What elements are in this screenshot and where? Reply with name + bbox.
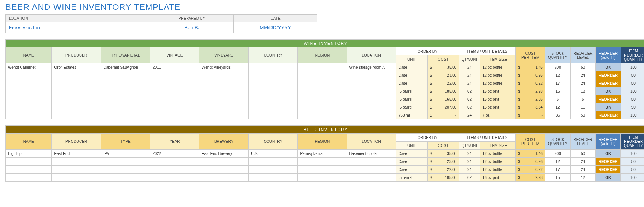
info-location[interactable]: Freestyles Inn: [6, 22, 150, 33]
cell-cost[interactable]: $-: [427, 111, 459, 119]
cell-cost[interactable]: $35.00: [427, 150, 459, 158]
cell-cost[interactable]: $185.00: [427, 174, 459, 182]
cell-vintage[interactable]: 2011: [150, 63, 199, 71]
cell-vintage[interactable]: [150, 111, 199, 119]
cell-type[interactable]: [101, 158, 150, 166]
cell-region[interactable]: [298, 158, 347, 166]
cell-producer[interactable]: [52, 103, 101, 111]
cell-unit[interactable]: .5 barrel: [396, 87, 427, 95]
cell-location[interactable]: [347, 87, 396, 95]
cell-cpi[interactable]: $0.92: [516, 79, 545, 87]
cell-stock[interactable]: 12: [545, 71, 570, 79]
cell-reorder-level[interactable]: 24: [571, 79, 596, 87]
cell-type[interactable]: [101, 166, 150, 174]
cell-cost[interactable]: $22.00: [427, 166, 459, 174]
cell-size[interactable]: 12 oz bottle: [480, 166, 516, 174]
table-row[interactable]: Case$23.002412 oz bottle$0.961224REORDER…: [6, 71, 644, 79]
cell-cpi[interactable]: $2.66: [516, 95, 545, 103]
cell-location[interactable]: Basement cooler: [347, 150, 396, 158]
cell-unit[interactable]: Case: [396, 150, 427, 158]
cell-cpi[interactable]: $0.96: [516, 71, 545, 79]
cell-size[interactable]: 16 oz pint: [480, 95, 516, 103]
cell-name[interactable]: [6, 71, 52, 79]
cell-unit[interactable]: .5 barrel: [396, 95, 427, 103]
cell-producer[interactable]: [52, 166, 101, 174]
table-row[interactable]: .5 barrel$185.006216 oz pint$2.981512OK1…: [6, 87, 644, 95]
cell-cost[interactable]: $207.00: [427, 103, 459, 111]
cell-name[interactable]: [6, 79, 52, 87]
cell-type[interactable]: IPA: [101, 150, 150, 158]
cell-vineyard[interactable]: Wendt Vineyards: [199, 63, 249, 71]
cell-size[interactable]: 12 oz bottle: [480, 150, 516, 158]
info-prepby[interactable]: Ben B.: [150, 22, 234, 33]
cell-vintage[interactable]: [150, 71, 199, 79]
cell-irq[interactable]: 100: [621, 150, 644, 158]
cell-irq[interactable]: 100: [621, 63, 644, 71]
cell-brewery[interactable]: East End Brewery: [199, 150, 249, 158]
cell-location[interactable]: [347, 71, 396, 79]
cell-country[interactable]: [249, 87, 298, 95]
cell-region[interactable]: [298, 103, 347, 111]
cell-size[interactable]: 12 oz bottle: [480, 63, 516, 71]
cell-location[interactable]: [347, 174, 396, 182]
cell-qty[interactable]: 62: [459, 174, 480, 182]
cell-vintage[interactable]: [150, 87, 199, 95]
cell-reorder-level[interactable]: 11: [571, 103, 596, 111]
cell-year[interactable]: [150, 174, 199, 182]
cell-year[interactable]: [150, 158, 199, 166]
cell-reorder-level[interactable]: 12: [570, 174, 595, 182]
table-row[interactable]: Big HopEast EndIPA2022East End BreweryU.…: [6, 150, 644, 158]
cell-cost[interactable]: $35.00: [427, 63, 459, 71]
cell-brewery[interactable]: [199, 166, 249, 174]
cell-name[interactable]: [6, 174, 52, 182]
cell-reorder-level[interactable]: 50: [571, 111, 596, 119]
cell-stock[interactable]: 17: [545, 79, 570, 87]
cell-qty[interactable]: 62: [459, 103, 480, 111]
cell-reorder-level[interactable]: 50: [571, 63, 596, 71]
cell-year[interactable]: [150, 166, 199, 174]
table-row[interactable]: Case$22.002412 oz bottle$0.921724REORDER…: [6, 79, 644, 87]
cell-reorder-level[interactable]: 12: [571, 87, 596, 95]
cell-type[interactable]: [101, 95, 150, 103]
cell-irq[interactable]: 50: [621, 103, 644, 111]
cell-name[interactable]: [6, 103, 52, 111]
cell-country[interactable]: [249, 95, 298, 103]
cell-producer[interactable]: [52, 71, 101, 79]
cell-reorder-level[interactable]: 5: [571, 95, 596, 103]
cell-location[interactable]: [347, 158, 396, 166]
cell-country[interactable]: [249, 158, 298, 166]
info-date[interactable]: MM/DD/YYYY: [234, 22, 317, 33]
table-row[interactable]: .5 barrel$185.006216 oz pint$2.981512OK1…: [6, 174, 644, 182]
cell-cpi[interactable]: $1.46: [516, 150, 545, 158]
cell-qty[interactable]: 24: [459, 79, 480, 87]
cell-producer[interactable]: [52, 95, 101, 103]
cell-irq[interactable]: 100: [621, 174, 644, 182]
cell-country[interactable]: [249, 79, 298, 87]
cell-name[interactable]: Wendt Cabernet: [6, 63, 52, 71]
cell-vintage[interactable]: [150, 79, 199, 87]
cell-irq[interactable]: 50: [621, 79, 644, 87]
cell-stock[interactable]: 15: [545, 87, 570, 95]
cell-country[interactable]: [249, 174, 298, 182]
cell-region[interactable]: [298, 71, 347, 79]
cell-region[interactable]: [298, 63, 347, 71]
cell-irq[interactable]: 50: [621, 166, 644, 174]
cell-unit[interactable]: .5 barrel: [396, 174, 427, 182]
cell-producer[interactable]: Orbit Estates: [52, 63, 101, 71]
cell-irq[interactable]: 50: [621, 95, 644, 103]
cell-size[interactable]: 12 oz bottle: [480, 79, 516, 87]
cell-unit[interactable]: Case: [396, 158, 427, 166]
cell-qty[interactable]: 24: [459, 63, 480, 71]
cell-country[interactable]: [249, 71, 298, 79]
cell-producer[interactable]: [52, 111, 101, 119]
cell-stock[interactable]: 15: [545, 174, 570, 182]
cell-country[interactable]: [249, 166, 298, 174]
cell-name[interactable]: Big Hop: [6, 150, 52, 158]
table-row[interactable]: Wendt CabernetOrbit EstatesCabernet Sauv…: [6, 63, 644, 71]
cell-size[interactable]: 12 oz bottle: [480, 158, 516, 166]
cell-type[interactable]: [101, 71, 150, 79]
cell-cpi[interactable]: $1.46: [516, 63, 545, 71]
cell-unit[interactable]: .5 barrel: [396, 103, 427, 111]
cell-region[interactable]: Pennsylvania: [298, 150, 347, 158]
cell-cost[interactable]: $22.00: [427, 79, 459, 87]
